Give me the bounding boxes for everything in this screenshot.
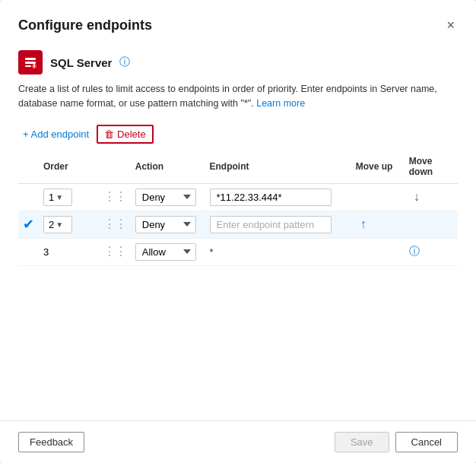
row2-endpoint-input[interactable]: [210, 216, 332, 233]
row2-order-box[interactable]: 2 ▼: [43, 216, 72, 233]
row2-order-cell: 2 ▼: [39, 211, 99, 238]
service-name: SQL Server: [50, 56, 112, 69]
row1-drag-handle[interactable]: ⋮⋮: [103, 190, 126, 203]
svg-rect-4: [33, 65, 35, 67]
row1-action-cell: Deny Allow: [131, 183, 205, 211]
col-header-check: [18, 150, 39, 184]
delete-button[interactable]: 🗑 Delete: [97, 125, 154, 144]
endpoints-table-container: Order Action Endpoint Move up Move down …: [0, 150, 476, 421]
svg-rect-5: [33, 67, 35, 68]
row1-order-value: 1: [49, 192, 54, 203]
col-header-drag: [99, 150, 131, 184]
row3-info-icon[interactable]: ⓘ: [409, 245, 420, 257]
description-text: Create a list of rules to limit access t…: [0, 79, 476, 120]
table-header: Order Action Endpoint Move up Move down: [18, 150, 458, 184]
cancel-button[interactable]: Cancel: [395, 432, 458, 452]
delete-icon: 🗑: [104, 128, 114, 140]
row2-drag-handle[interactable]: ⋮⋮: [103, 217, 126, 230]
col-header-movedown: Move down: [405, 150, 458, 184]
table-row: 1 ▼ ⋮⋮ Deny Allow: [18, 183, 458, 211]
row3-order-cell: 3: [39, 238, 99, 265]
row3-check-cell: [18, 238, 39, 265]
sql-server-icon: [24, 55, 37, 69]
dialog-footer: Feedback Save Cancel: [0, 420, 476, 463]
col-header-action: Action: [131, 150, 205, 184]
service-row: SQL Server ⓘ: [0, 44, 476, 79]
row3-moveup-cell: [351, 238, 405, 265]
row2-drag-cell: ⋮⋮: [99, 211, 131, 238]
row1-endpoint-input[interactable]: [210, 189, 332, 206]
row3-endpoint-cell: *: [205, 238, 351, 265]
row1-movedown-cell: ↓: [405, 183, 458, 211]
table-row: ✔ 2 ▼ ⋮⋮: [18, 211, 458, 238]
toolbar: + Add endpoint 🗑 Delete: [0, 120, 476, 150]
row3-endpoint-value: *: [210, 246, 214, 258]
save-button[interactable]: Save: [335, 432, 389, 452]
service-icon: [18, 50, 43, 75]
configure-endpoints-dialog: Configure endpoints × SQL Server ⓘ Creat…: [0, 0, 476, 463]
feedback-button[interactable]: Feedback: [18, 432, 84, 452]
row2-selected-icon: ✔: [23, 217, 34, 232]
endpoints-table: Order Action Endpoint Move up Move down …: [18, 150, 458, 266]
row1-order-box[interactable]: 1 ▼: [43, 189, 72, 206]
row2-move-up-button[interactable]: ↑: [356, 216, 371, 233]
col-header-order: Order: [39, 150, 99, 184]
add-endpoint-button[interactable]: + Add endpoint: [18, 125, 94, 143]
row3-order-value: 3: [43, 246, 49, 258]
row2-movedown-cell: [405, 211, 458, 238]
row2-order-value: 2: [49, 219, 54, 230]
description-content: Create a list of rules to limit access t…: [18, 84, 437, 109]
row2-order-chevron: ▼: [56, 220, 63, 229]
col-header-moveup: Move up: [351, 150, 405, 184]
svg-rect-1: [25, 62, 36, 64]
row1-endpoint-cell: [205, 183, 351, 211]
dialog-header: Configure endpoints ×: [0, 0, 476, 44]
row3-movedown-cell: ⓘ: [405, 238, 458, 265]
row1-drag-cell: ⋮⋮: [99, 183, 131, 211]
row1-action-select[interactable]: Deny Allow: [135, 189, 196, 206]
svg-rect-0: [25, 58, 36, 60]
learn-more-link[interactable]: Learn more: [256, 98, 305, 109]
delete-label: Delete: [117, 128, 146, 140]
row1-move-down-button[interactable]: ↓: [409, 189, 424, 205]
row3-action-select[interactable]: Allow Deny: [135, 243, 196, 261]
table-body: 1 ▼ ⋮⋮ Deny Allow: [18, 183, 458, 265]
footer-actions: Save Cancel: [335, 432, 458, 452]
table-row: 3 ⋮⋮ Allow Deny *: [18, 238, 458, 265]
service-info-icon[interactable]: ⓘ: [119, 55, 130, 69]
row2-moveup-cell: ↑: [351, 211, 405, 238]
col-header-endpoint: Endpoint: [205, 150, 351, 184]
row2-action-select[interactable]: Deny Allow: [135, 216, 196, 233]
row2-endpoint-cell: [205, 211, 351, 238]
close-button[interactable]: ×: [443, 15, 458, 35]
row2-action-cell: Deny Allow: [131, 211, 205, 238]
row3-drag-cell: ⋮⋮: [99, 238, 131, 265]
row1-order-chevron: ▼: [56, 193, 63, 201]
row3-drag-handle[interactable]: ⋮⋮: [103, 245, 126, 258]
row1-check-cell: [18, 183, 39, 211]
dialog-title: Configure endpoints: [18, 17, 152, 33]
row3-action-cell: Allow Deny: [131, 238, 205, 265]
svg-rect-2: [25, 65, 31, 67]
row2-check-cell: ✔: [18, 211, 39, 238]
row1-order-cell: 1 ▼: [39, 183, 99, 211]
row1-moveup-cell: [351, 183, 405, 211]
